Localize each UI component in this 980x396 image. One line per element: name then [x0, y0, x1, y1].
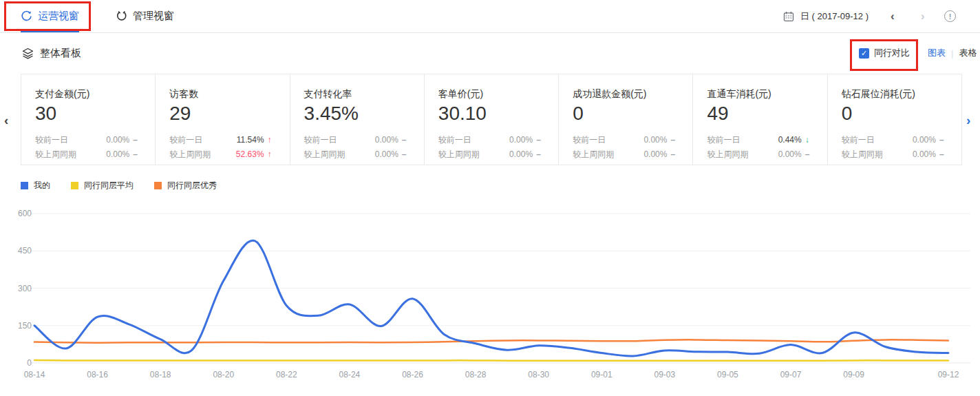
kpi-card-value: 30.10: [438, 103, 543, 125]
y-axis-tick-label: 450: [18, 246, 32, 256]
legend-label: 同行同层平均: [84, 180, 134, 191]
trend-chart[interactable]: 015030045060008-1408-1608-1808-2008-2208…: [0, 198, 980, 396]
kpi-card[interactable]: 支付金额(元) 30 较前一日 0.00%– 较上周同期 0.00%–: [21, 74, 156, 165]
kpi-card-title: 钻石展位消耗(元): [842, 88, 946, 101]
kpi-compare-prev-day-label: 较前一日: [707, 133, 740, 147]
x-axis-tick-label: 08-18: [150, 370, 171, 379]
legend-swatch-icon: [21, 182, 28, 189]
kpi-compare-last-week-value: 0.00%: [106, 147, 129, 162]
kpi-compare-prev-day-value: 11.54%: [237, 133, 264, 147]
kpi-compare-prev-day-label: 较前一日: [304, 133, 337, 147]
kpi-compare-prev-day-label: 较前一日: [35, 133, 68, 147]
tab-operations-label: 运营视窗: [38, 10, 79, 23]
peer-compare-checkbox[interactable]: ✓: [859, 48, 869, 59]
kpi-compare-prev-day-label: 较前一日: [573, 133, 606, 147]
kpi-card-value: 0: [573, 103, 677, 125]
kpi-card-value: 49: [707, 103, 811, 125]
tab-management-view[interactable]: 管理视窗: [116, 0, 174, 32]
board-controls: ✓ 同行对比 图表 | 表格: [859, 47, 977, 59]
kpi-compare-prev-day-value: 0.00%: [509, 133, 533, 147]
series-line-1: [34, 360, 948, 361]
peer-compare-label: 同行对比: [874, 47, 910, 59]
legend-item[interactable]: 同行同层平均: [71, 180, 134, 191]
kpi-compare-last-week-label: 较上周同期: [35, 147, 76, 162]
kpi-card[interactable]: 访客数 29 较前一日 11.54%↑ 较上周同期 52.63%↑: [156, 74, 290, 165]
trend-indicator-icon: –: [133, 133, 140, 147]
x-axis-tick-label: 09-01: [591, 370, 612, 379]
legend-swatch-icon: [71, 182, 78, 189]
trend-indicator-icon: –: [805, 147, 812, 162]
trend-chart-canvas: 015030045060008-1408-1608-1808-2008-2208…: [0, 198, 980, 396]
kpi-card-value: 0: [842, 103, 946, 125]
kpi-card-value: 29: [169, 103, 274, 125]
kpi-compare-last-week-value: 0.00%: [778, 147, 802, 162]
x-axis-tick-label: 08-26: [402, 370, 423, 379]
series-line-2: [34, 340, 948, 342]
kpi-compare-prev-day-label: 较前一日: [438, 133, 471, 147]
trend-indicator-icon: –: [939, 147, 946, 162]
kpi-card[interactable]: 客单价(元) 30.10 较前一日 0.00%– 较上周同期 0.00%–: [425, 74, 559, 165]
y-axis-tick-label: 600: [18, 209, 32, 218]
tab-operations-view[interactable]: 运营视窗: [21, 0, 79, 32]
management-view-icon: [116, 10, 127, 22]
view-toggle-table[interactable]: 表格: [959, 47, 977, 59]
calendar-icon: [783, 11, 794, 22]
kpi-compare-last-week-label: 较上周同期: [438, 147, 480, 162]
x-axis-tick-label: 08-24: [339, 370, 361, 379]
trend-indicator-icon: ↑: [268, 133, 275, 147]
trend-indicator-icon: –: [939, 133, 946, 147]
legend-label: 同行同层优秀: [167, 180, 217, 191]
trend-indicator-icon: –: [133, 147, 140, 162]
trend-indicator-icon: –: [402, 147, 409, 162]
kpi-card-title: 客单价(元): [438, 88, 543, 101]
view-toggle-divider: |: [951, 48, 953, 59]
legend-swatch-icon: [154, 182, 162, 189]
legend-label: 我的: [34, 180, 50, 191]
board-header: 整体看板: [22, 47, 81, 60]
trend-indicator-icon: –: [536, 133, 543, 147]
cards-scroll-left-button[interactable]: ‹: [4, 113, 8, 128]
y-axis-tick-label: 300: [18, 284, 32, 293]
kpi-card-title: 支付金额(元): [35, 88, 140, 101]
kpi-card-title: 成功退款金额(元): [573, 88, 677, 101]
date-picker[interactable]: 日 ( 2017-09-12 ): [783, 0, 869, 32]
view-toggle-chart[interactable]: 图表: [928, 47, 946, 59]
trend-indicator-icon: –: [402, 133, 409, 147]
x-axis-tick-label: 08-20: [213, 370, 234, 379]
active-tab-underline: [21, 30, 79, 32]
kpi-compare-last-week-value: 0.00%: [509, 147, 533, 162]
x-axis-tick-label: 08-28: [465, 370, 487, 379]
kpi-compare-prev-day-value: 0.44%: [778, 133, 802, 147]
info-icon: !: [944, 10, 956, 22]
kpi-card-title: 支付转化率: [304, 88, 409, 101]
kpi-card-title: 直通车消耗(元): [707, 88, 811, 101]
top-nav: 运营视窗 管理视窗 日 ( 2017-09-12 ) ‹ › !: [0, 0, 980, 33]
info-button[interactable]: !: [944, 0, 956, 32]
trend-indicator-icon: –: [670, 133, 677, 147]
layers-icon: [22, 48, 34, 59]
kpi-compare-prev-day-value: 0.00%: [375, 133, 398, 147]
kpi-card-value: 3.45%: [304, 103, 409, 125]
board-title: 整体看板: [40, 47, 81, 60]
legend-item[interactable]: 同行同层优秀: [154, 180, 217, 191]
x-axis-tick-label: 09-09: [843, 370, 864, 379]
x-axis-tick-label: 09-05: [717, 370, 738, 379]
y-axis-tick-label: 0: [27, 358, 32, 368]
kpi-card[interactable]: 直通车消耗(元) 49 较前一日 0.44%↓ 较上周同期 0.00%–: [693, 74, 827, 165]
kpi-compare-prev-day-label: 较前一日: [169, 133, 202, 147]
kpi-card[interactable]: 支付转化率 3.45% 较前一日 0.00%– 较上周同期 0.00%–: [290, 74, 425, 165]
legend-item[interactable]: 我的: [21, 180, 50, 191]
kpi-compare-last-week-value: 52.63%: [236, 147, 264, 162]
kpi-card[interactable]: 钻石展位消耗(元) 0 较前一日 0.00%– 较上周同期 0.00%–: [828, 74, 961, 165]
kpi-card-title: 访客数: [169, 88, 274, 101]
kpi-compare-last-week-label: 较上周同期: [169, 147, 211, 162]
trend-indicator-icon: –: [536, 147, 543, 162]
cards-scroll-right-button[interactable]: ›: [966, 113, 970, 128]
date-prev-button[interactable]: ‹: [891, 0, 904, 32]
date-next-button[interactable]: ›: [921, 0, 935, 32]
kpi-card[interactable]: 成功退款金额(元) 0 较前一日 0.00%– 较上周同期 0.00%–: [559, 74, 693, 165]
kpi-card-value: 30: [35, 103, 140, 125]
y-axis-tick-label: 150: [18, 321, 32, 331]
kpi-card-strip: 支付金额(元) 30 较前一日 0.00%– 较上周同期 0.00%– 访客数 …: [21, 74, 962, 165]
kpi-compare-last-week-label: 较上周同期: [707, 147, 748, 162]
